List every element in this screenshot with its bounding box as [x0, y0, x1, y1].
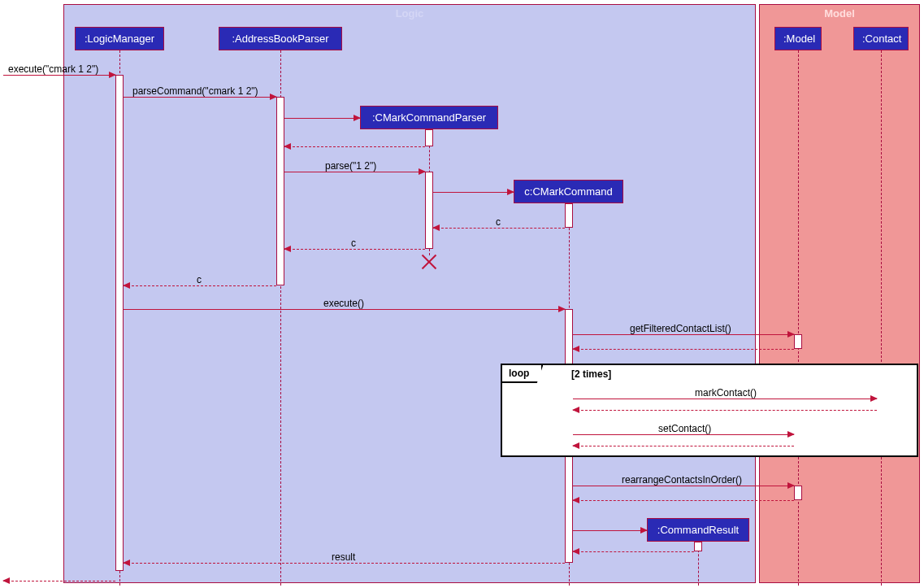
arrow-rearrange — [573, 486, 794, 486]
lifeline-contact — [881, 50, 882, 586]
activation-command-result — [694, 542, 702, 551]
loop-condition: [2 times] — [571, 368, 611, 380]
arrow-return-result — [124, 563, 565, 564]
arrow-get-filtered — [573, 334, 794, 335]
label-set-contact: setContact() — [658, 423, 711, 434]
arrow-return-filtered — [573, 349, 794, 350]
activation-model-1 — [794, 334, 802, 349]
activation-cmark-parser-1 — [425, 129, 433, 146]
activation-model-3 — [794, 486, 802, 500]
destroy-icon — [421, 254, 437, 270]
label-parse-command: parseCommand("cmark 1 2") — [132, 85, 258, 97]
arrow-create-result — [573, 530, 647, 531]
arrow-return-c1 — [433, 228, 565, 229]
arrow-execute-cmark — [3, 75, 115, 76]
activation-logic-manager — [115, 75, 124, 571]
arrow-set-contact — [573, 434, 794, 435]
arrow-return-set — [573, 446, 794, 446]
arrow-return-mark — [573, 410, 877, 411]
arrow-return-c3 — [124, 285, 276, 286]
participant-logic-manager: :LogicManager — [75, 27, 164, 50]
arrow-mark-contact — [573, 399, 877, 399]
label-return-result: result — [332, 551, 355, 563]
arrow-return-result-obj — [573, 551, 694, 552]
label-execute-cmark: execute("cmark 1 2") — [8, 63, 98, 75]
arrow-create-command — [433, 192, 514, 193]
label-mark-contact: markContact() — [695, 387, 757, 399]
arrow-return-parser — [284, 146, 425, 147]
participant-cmark-command-parser: :CMarkCommandParser — [360, 106, 498, 129]
arrow-return-rearrange — [573, 500, 794, 501]
participant-command-result: :CommandResult — [647, 518, 749, 542]
arrow-parse-command — [124, 97, 276, 98]
model-box-title: Model — [760, 5, 919, 22]
arrow-create-parser — [284, 118, 360, 119]
activation-cmark-command-1 — [565, 203, 573, 228]
logic-box-title: Logic — [64, 5, 755, 22]
loop-label: loop — [502, 365, 543, 383]
lifeline-model — [798, 50, 799, 586]
arrow-return-c2 — [284, 249, 425, 250]
participant-cmark-command: c:CMarkCommand — [514, 180, 623, 203]
label-return-c1: c — [496, 216, 501, 228]
activation-address-book-parser — [276, 97, 284, 285]
arrow-execute — [124, 309, 565, 310]
model-box: Model — [759, 4, 920, 583]
participant-contact: :Contact — [853, 27, 909, 50]
participant-model: :Model — [774, 27, 822, 50]
participant-address-book-parser: :AddressBookParser — [219, 27, 342, 50]
arrow-return-client — [3, 581, 115, 581]
arrow-parse — [284, 172, 425, 172]
label-return-c2: c — [351, 237, 356, 249]
label-execute: execute() — [323, 298, 364, 309]
label-return-c3: c — [197, 274, 202, 285]
label-get-filtered: getFilteredContactList() — [630, 323, 731, 334]
label-parse: parse("1 2") — [325, 160, 376, 172]
activation-cmark-parser-2 — [425, 172, 433, 249]
label-rearrange: rearrangeContactsInOrder() — [622, 474, 742, 486]
